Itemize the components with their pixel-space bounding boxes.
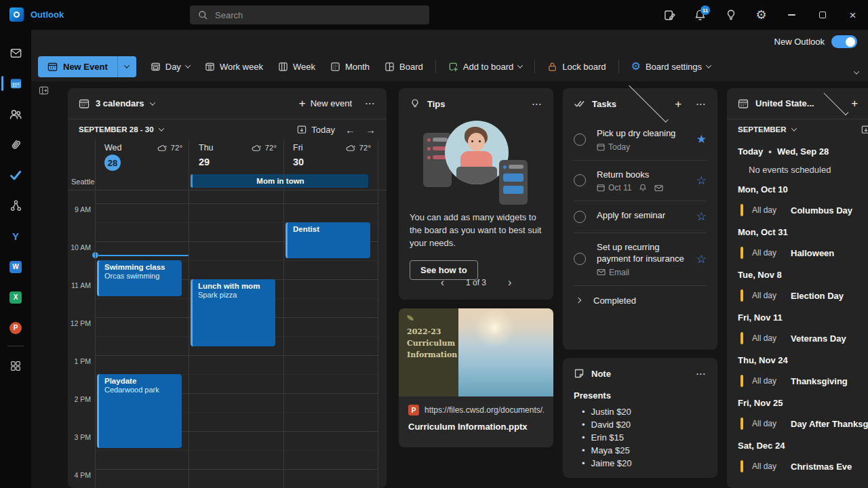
all-day-event[interactable]: Mom in town bbox=[191, 174, 368, 188]
today-button[interactable]: Today bbox=[861, 125, 868, 135]
completed-section-toggle[interactable]: Completed bbox=[574, 285, 707, 306]
sidebar-item-more-apps[interactable] bbox=[0, 350, 31, 381]
settings-button[interactable]: ⚙ bbox=[750, 4, 772, 26]
day-header-cell[interactable]: Wed 72° 28 28 bbox=[95, 140, 189, 172]
ribbon-tab[interactable] bbox=[66, 35, 69, 41]
lock-board-button[interactable]: Lock board bbox=[541, 56, 612, 77]
board-settings-button[interactable]: ⚙ Board settings bbox=[625, 56, 717, 77]
today-button[interactable]: Today bbox=[297, 125, 335, 135]
star-outline-icon[interactable]: ☆ bbox=[696, 175, 707, 186]
ribbon-tab[interactable] bbox=[46, 35, 49, 41]
task-item[interactable]: Return books bbox=[574, 160, 707, 201]
search-input[interactable] bbox=[215, 10, 421, 20]
sidebar-item-todo[interactable] bbox=[0, 160, 31, 190]
pager-next-button[interactable]: › bbox=[508, 277, 511, 289]
next-button[interactable]: → bbox=[366, 124, 376, 136]
calendar-event[interactable]: Lunch with momSpark pizza bbox=[191, 279, 275, 346]
new-event-button[interactable]: New Event bbox=[38, 56, 117, 77]
view-work-week-button[interactable]: Work week bbox=[199, 56, 269, 77]
hour-label: 11 AM bbox=[68, 281, 91, 289]
new-event-dropdown-button[interactable] bbox=[117, 56, 136, 77]
notifications-button[interactable]: 11 bbox=[689, 4, 711, 26]
date-range-dropdown[interactable]: SEPTEMBER 28 - 30 bbox=[79, 125, 297, 134]
ribbon-collapse-button[interactable] bbox=[854, 65, 859, 77]
pager-previous-button[interactable]: ‹ bbox=[441, 277, 444, 289]
task-item[interactable]: Pick up dry cleaning bbox=[574, 119, 707, 160]
chevron-down-icon[interactable] bbox=[629, 83, 669, 123]
task-complete-circle[interactable] bbox=[574, 174, 586, 186]
agenda-event[interactable]: All day Columbus Day bbox=[741, 203, 868, 218]
view-board-button[interactable]: Board bbox=[378, 56, 429, 77]
calendar-event[interactable]: Dentist bbox=[285, 222, 370, 258]
agenda-event[interactable]: All day Veterans Day bbox=[741, 331, 868, 346]
task-complete-circle[interactable] bbox=[574, 211, 586, 223]
pane-toggle-button[interactable] bbox=[39, 85, 49, 96]
agenda-event[interactable]: All day Election Day bbox=[741, 288, 868, 303]
day-header-cell[interactable]: Thu 72° 29 29 bbox=[189, 140, 283, 172]
rail-divider bbox=[7, 346, 24, 346]
more-options-button[interactable]: ••• bbox=[366, 101, 376, 106]
weather[interactable]: 72° bbox=[252, 144, 277, 152]
weather[interactable]: 72° bbox=[157, 144, 182, 152]
view-day-button[interactable]: Day bbox=[144, 56, 196, 77]
calendar-event[interactable]: Swimming classOrcas swimming bbox=[97, 260, 182, 296]
previous-button[interactable]: ← bbox=[345, 124, 355, 136]
star-filled-icon[interactable]: ★ bbox=[696, 134, 707, 145]
link-url[interactable]: https://files.cwsd.org/documents/... bbox=[425, 405, 544, 415]
day-header-cell[interactable]: Fri 72° 30 30 bbox=[283, 140, 378, 172]
new-outlook-toggle[interactable] bbox=[831, 35, 857, 48]
task-complete-circle[interactable] bbox=[574, 134, 586, 146]
task-complete-circle[interactable] bbox=[574, 253, 586, 265]
task-item[interactable]: Set up recurring payment for insurance bbox=[574, 232, 707, 285]
week-view-icon bbox=[278, 62, 288, 72]
calendars-dropdown[interactable]: 3 calendars bbox=[79, 98, 299, 109]
add-task-button[interactable]: + bbox=[675, 98, 682, 110]
task-item[interactable]: Apply for seminar ★ ☆ bbox=[574, 201, 707, 232]
event-location: Spark pizza bbox=[198, 291, 270, 299]
view-week-button[interactable]: Week bbox=[272, 56, 321, 77]
month-dropdown[interactable]: SEPTEMBER bbox=[738, 125, 796, 134]
view-month-button[interactable]: Month bbox=[324, 56, 376, 77]
ribbon-tab[interactable] bbox=[87, 35, 90, 41]
star-outline-icon[interactable]: ☆ bbox=[696, 211, 707, 222]
sidebar-item-word[interactable]: W bbox=[0, 251, 31, 282]
sidebar-item-powerpoint[interactable]: P bbox=[0, 312, 31, 343]
notes-feed-button[interactable] bbox=[658, 4, 681, 26]
add-to-board-button[interactable]: Add to board bbox=[442, 56, 528, 77]
search-bar[interactable] bbox=[190, 5, 429, 24]
tasks-widget: Tasks + ••• Pick up dry cleaning bbox=[563, 88, 717, 350]
calendar-event[interactable]: PlaydateCedarwood park bbox=[97, 374, 182, 448]
note-body[interactable]: Presents •Justin $20•David $20•Erin $15•… bbox=[563, 389, 717, 470]
agenda-event[interactable]: All day Halloween bbox=[741, 245, 868, 260]
sidebar-item-org-explorer[interactable] bbox=[0, 190, 31, 221]
more-options-button[interactable]: ••• bbox=[532, 102, 542, 106]
agenda-event[interactable]: All day Thanksgiving bbox=[741, 373, 868, 388]
tips-button[interactable] bbox=[719, 4, 742, 26]
sidebar-item-attachments[interactable] bbox=[0, 129, 31, 160]
link-filename[interactable]: Curriculum Information.pptx bbox=[408, 422, 544, 432]
weather[interactable]: 72° bbox=[346, 144, 371, 152]
sidebar-item-calendar[interactable] bbox=[0, 68, 31, 99]
more-options-button[interactable]: ••• bbox=[696, 371, 707, 376]
chevron-right-icon bbox=[576, 298, 581, 303]
day-headers: Wed 72° 28 28 Thu bbox=[68, 140, 387, 172]
agenda-event[interactable]: All day Day After Thanksgiving bbox=[741, 416, 868, 431]
link-preview-card[interactable]: 2022-23 Curriculum Information P https:/… bbox=[399, 308, 553, 447]
sidebar-item-excel[interactable]: X bbox=[0, 282, 31, 312]
mail-icon bbox=[597, 268, 606, 276]
tasks-list: Pick up dry cleaning bbox=[563, 119, 717, 285]
grid-column-line bbox=[189, 140, 189, 488]
agenda-event[interactable]: All day Christmas Eve bbox=[741, 459, 868, 474]
minimize-button[interactable] bbox=[781, 4, 803, 26]
star-outline-icon[interactable]: ☆ bbox=[696, 253, 707, 265]
widget-new-event-button[interactable]: + New event bbox=[299, 98, 352, 109]
sidebar-item-people[interactable] bbox=[0, 99, 31, 129]
half-hour-gridline bbox=[95, 450, 378, 451]
sidebar-item-mail[interactable] bbox=[0, 38, 31, 68]
more-options-button[interactable]: ••• bbox=[696, 102, 707, 106]
chevron-down-icon[interactable] bbox=[823, 90, 848, 115]
maximize-button[interactable] bbox=[811, 4, 833, 26]
close-button[interactable]: × bbox=[842, 4, 864, 26]
add-event-button[interactable]: + bbox=[851, 98, 858, 109]
sidebar-item-yammer[interactable]: Y bbox=[0, 221, 31, 251]
